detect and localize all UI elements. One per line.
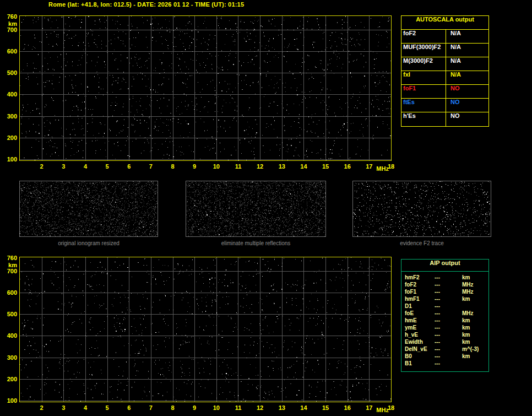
y-axis-tick: 760 xyxy=(3,13,17,20)
table-row: foF2N/A xyxy=(401,30,488,44)
x-axis-tick: 5 xyxy=(100,163,115,170)
x-axis-tick: 6 xyxy=(122,404,136,411)
x-axis-tick: 8 xyxy=(166,163,180,170)
x-axis-tick: 3 xyxy=(56,404,70,411)
row-unit: MHz xyxy=(462,289,488,296)
table-row: foF2---MHz xyxy=(401,282,488,289)
table-row: foF1---MHz xyxy=(401,289,488,296)
y-axis-tick: 600 xyxy=(3,48,17,55)
row-label: foF1 xyxy=(401,289,435,296)
table-row: M(3000)F2N/A xyxy=(401,57,488,71)
thumbnail-caption: eliminate multiple reflections xyxy=(186,240,326,246)
thumbnail-multiple-reflections-canvas xyxy=(186,181,325,236)
x-axis-tick: 11 xyxy=(231,163,245,170)
row-value: --- xyxy=(435,353,462,360)
x-axis-tick: 13 xyxy=(275,404,289,411)
ionogram-top-canvas xyxy=(20,16,391,160)
row-value: N/A xyxy=(446,57,488,71)
table-row: B0---km xyxy=(401,353,488,360)
row-value: --- xyxy=(435,296,462,303)
table-row: DelN_vE---m^(-3) xyxy=(401,346,488,353)
table-row: h_vE---km xyxy=(401,332,488,339)
row-value: --- xyxy=(435,325,462,332)
x-axis-tick: 5 xyxy=(100,404,115,411)
row-unit: MHz xyxy=(462,282,488,289)
thumbnail-f2-trace-canvas xyxy=(353,181,491,236)
row-unit: km xyxy=(462,274,488,282)
row-label: B0 xyxy=(401,353,435,360)
row-value: N/A xyxy=(446,71,488,84)
x-axis-tick: 16 xyxy=(340,163,355,170)
y-axis-unit-label: km xyxy=(3,262,17,268)
x-axis-tick: 2 xyxy=(35,404,49,411)
thumbnail-multiple-reflections xyxy=(186,181,326,237)
y-axis-tick: 760 xyxy=(3,255,17,261)
thumbnail-original-canvas xyxy=(20,181,158,236)
page-title: Rome (lat: +41.8, lon: 012.5) - DATE: 20… xyxy=(48,1,244,8)
x-axis-tick: 9 xyxy=(187,404,202,411)
ionogram-bottom-canvas xyxy=(20,257,391,402)
y-axis-tick: 700 xyxy=(3,26,17,33)
row-value: NO xyxy=(446,85,488,98)
x-axis-tick: 15 xyxy=(318,163,333,170)
x-axis-tick: 12 xyxy=(253,404,267,411)
table-row: ftEsNO xyxy=(401,99,488,112)
row-value: N/A xyxy=(446,30,488,43)
row-value: --- xyxy=(435,339,462,346)
x-axis-tick: 6 xyxy=(122,163,136,170)
table-row: hmE---km xyxy=(401,317,488,325)
row-unit: km xyxy=(462,325,488,332)
row-unit xyxy=(462,303,488,310)
row-unit: km xyxy=(462,296,488,303)
table-row: B1--- xyxy=(401,360,488,368)
row-value: NO xyxy=(446,112,488,126)
table-row: D1--- xyxy=(401,303,488,310)
y-axis-tick: 200 xyxy=(3,134,17,141)
y-axis-tick: 600 xyxy=(3,289,17,296)
row-value: N/A xyxy=(446,44,488,57)
x-axis-tick: 14 xyxy=(296,163,311,170)
table-row: Ewidth---km xyxy=(401,339,488,346)
row-label: M(3000)F2 xyxy=(401,57,446,71)
row-label: fxI xyxy=(401,71,446,84)
row-label: hmF1 xyxy=(401,296,435,303)
y-axis-tick: 100 xyxy=(3,397,17,404)
row-value: --- xyxy=(435,346,462,353)
x-axis-tick: 10 xyxy=(209,404,224,411)
x-axis-tick: 3 xyxy=(56,163,70,170)
row-unit: MHz xyxy=(462,310,488,317)
y-axis-tick: 400 xyxy=(3,91,17,98)
y-axis-tick: 500 xyxy=(3,311,17,317)
x-axis-tick: 16 xyxy=(340,404,355,411)
row-label: MUF(3000)F2 xyxy=(401,44,446,57)
autoscala-output-panel: AUTOSCALA output foF2N/AMUF(3000)F2N/AM(… xyxy=(401,15,489,127)
x-axis-tick: 12 xyxy=(253,163,267,170)
x-axis-tick: 11 xyxy=(231,404,245,411)
x-axis-tick: 14 xyxy=(296,404,311,411)
table-row: hmF1---km xyxy=(401,296,488,303)
aip-output-panel: AIP output hmF2---kmfoF2---MHzfoF1---MHz… xyxy=(401,259,489,372)
row-label: foF1 xyxy=(401,85,446,98)
x-axis-tick: 4 xyxy=(78,404,93,411)
x-axis-tick: 9 xyxy=(187,163,202,170)
aip-table-title: AIP output xyxy=(401,260,488,272)
x-axis-unit-label: MHz xyxy=(376,407,389,413)
row-label: hmF2 xyxy=(401,274,435,282)
row-value: --- xyxy=(435,317,462,325)
aip-table-rows: hmF2---kmfoF2---MHzfoF1---MHzhmF1---kmD1… xyxy=(401,274,488,368)
row-unit: m^(-3) xyxy=(462,346,488,353)
ionogram-top-plot xyxy=(19,15,392,161)
row-unit xyxy=(462,360,488,368)
row-unit: km xyxy=(462,332,488,339)
row-label: foE xyxy=(401,310,435,317)
table-row: MUF(3000)F2N/A xyxy=(401,44,488,57)
autoscala-table-title: AUTOSCALA output xyxy=(401,16,488,30)
row-value: --- xyxy=(435,289,462,296)
thumbnail-caption: evidence F2 trace xyxy=(352,240,491,246)
x-axis-tick: 17 xyxy=(362,404,376,411)
table-row: hmF2---km xyxy=(401,274,488,282)
table-row: foF1NO xyxy=(401,85,488,99)
row-label: h_vE xyxy=(401,332,435,339)
x-axis-tick: 2 xyxy=(35,163,49,170)
thumbnail-original-ionogram xyxy=(19,181,158,237)
